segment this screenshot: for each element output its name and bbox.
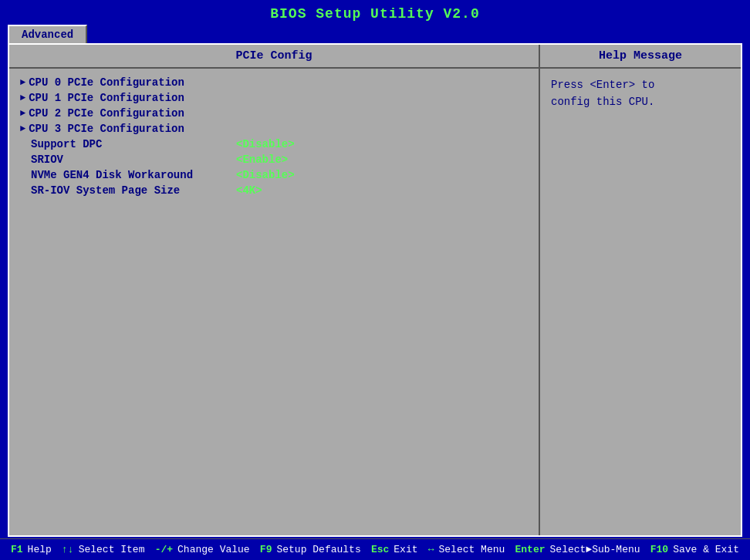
footer-enter: Enter Select►Sub-Menu	[515, 544, 640, 555]
arrow-icon-cpu1: ►	[20, 93, 25, 103]
content-header: PCIe Config Help Message	[9, 45, 741, 69]
enter-desc: Select►Sub-Menu	[550, 544, 640, 555]
esc-desc: Exit	[394, 544, 417, 555]
arrow-icon-cpu2: ►	[20, 108, 25, 119]
app-title: BIOS Setup Utility V2.0	[270, 6, 479, 22]
pcie-config-header: PCIe Config	[9, 45, 540, 67]
updown-icon: ↑↓	[62, 544, 74, 555]
change-value-desc: Change Value	[177, 544, 250, 555]
arrow-icon-cpu0: ►	[20, 77, 25, 88]
f10-key: F10	[650, 544, 668, 555]
bottom-bar: F1 Help ↑↓ Select Item -/+ Change Value …	[0, 538, 750, 560]
plusminus-key: -/+	[155, 544, 173, 555]
content-body: ► CPU 0 PCIe Configuration ► CPU 1 PCIe …	[9, 69, 741, 535]
footer-f10: F10 Save & Exit	[650, 544, 739, 555]
footer-f1: F1 Help	[11, 544, 52, 555]
help-text-line2: config this CPU.	[551, 96, 654, 108]
bios-app: BIOS Setup Utility V2.0 Advanced PCIe Co…	[0, 0, 750, 560]
tab-area: Advanced	[0, 25, 750, 43]
f1-key: F1	[11, 544, 23, 555]
tab-advanced[interactable]: Advanced	[8, 25, 87, 43]
footer-esc: Esc Exit	[371, 544, 418, 555]
footer-select-item: ↑↓ Select Item	[62, 544, 144, 555]
esc-key: Esc	[371, 544, 389, 555]
menu-row-sriov[interactable]: SRIOV <Enable>	[20, 152, 528, 167]
f10-desc: Save & Exit	[673, 544, 739, 555]
arrow-icon-cpu3: ►	[20, 123, 25, 134]
menu-item-cpu2[interactable]: ► CPU 2 PCIe Configuration	[20, 106, 528, 121]
menu-row-support-dpc[interactable]: Support DPC <Disable>	[20, 137, 528, 152]
footer-f9: F9 Setup Defaults	[260, 544, 361, 555]
f9-key: F9	[260, 544, 272, 555]
select-menu-desc: Select Menu	[439, 544, 505, 555]
select-item-desc: Select Item	[79, 544, 145, 555]
menu-item-cpu3[interactable]: ► CPU 3 PCIe Configuration	[20, 121, 528, 137]
lr-icon: ↔	[428, 544, 434, 555]
footer-change-value: -/+ Change Value	[155, 544, 250, 555]
help-text-line1: Press <Enter> to	[551, 79, 654, 91]
f9-desc: Setup Defaults	[276, 544, 360, 555]
help-message-header: Help Message	[540, 45, 741, 67]
enter-key: Enter	[515, 544, 546, 555]
right-panel: Press <Enter> to config this CPU.	[540, 69, 741, 535]
title-bar: BIOS Setup Utility V2.0	[0, 0, 750, 25]
f1-desc: Help	[28, 544, 52, 555]
menu-row-sr-iov-page-size[interactable]: SR-IOV System Page Size <4K>	[20, 183, 528, 198]
menu-item-cpu0[interactable]: ► CPU 0 PCIe Configuration	[20, 75, 528, 90]
footer-select-menu: ↔ Select Menu	[428, 544, 505, 555]
main-content: PCIe Config Help Message ► CPU 0 PCIe Co…	[8, 43, 742, 537]
left-panel: ► CPU 0 PCIe Configuration ► CPU 1 PCIe …	[9, 69, 540, 535]
menu-item-cpu1[interactable]: ► CPU 1 PCIe Configuration	[20, 90, 528, 106]
menu-row-nvme[interactable]: NVMe GEN4 Disk Workaround <Disable>	[20, 167, 528, 183]
